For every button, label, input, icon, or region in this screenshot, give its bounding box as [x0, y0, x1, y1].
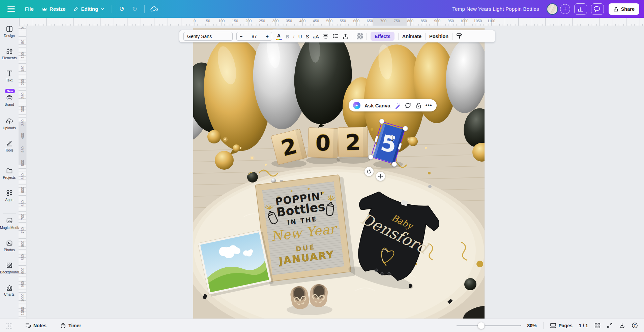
italic-button[interactable]: I: [293, 34, 295, 39]
ruler-selection-band: [373, 18, 407, 26]
divider: [425, 33, 426, 40]
sidebar-item-background[interactable]: Background: [0, 262, 19, 280]
comments-button[interactable]: [591, 3, 604, 15]
sidebar-label: Elements: [2, 56, 17, 60]
resize-button[interactable]: Resize: [38, 3, 70, 14]
font-name: Genty Sans: [187, 34, 212, 39]
sidebar-item-brand[interactable]: New co Brand: [0, 94, 19, 113]
new-badge: New: [5, 89, 15, 93]
ruler-tick-label: 1050: [21, 307, 25, 315]
editing-mode-selector[interactable]: Editing: [69, 3, 108, 14]
list-button[interactable]: [332, 33, 339, 39]
dock-drag-handle[interactable]: [6, 323, 12, 329]
add-comment-button[interactable]: [405, 102, 412, 109]
font-selector[interactable]: Genty Sans: [183, 32, 233, 41]
divider: [353, 33, 353, 40]
sidebar-label: Projects: [3, 175, 16, 179]
zoom-slider-thumb[interactable]: [478, 322, 485, 329]
ruler-tick-label: 950: [21, 281, 25, 287]
sidebar-item-elements[interactable]: Elements: [0, 47, 19, 66]
sidebar-item-text[interactable]: Text: [0, 70, 19, 89]
download-button[interactable]: [619, 323, 625, 329]
ask-canva-button[interactable]: Ask Canva: [364, 103, 390, 108]
underline-button[interactable]: U: [298, 34, 302, 39]
pages-button[interactable]: Pages: [550, 323, 573, 328]
avatar[interactable]: [547, 3, 558, 15]
ruler-tick-label: 750: [21, 227, 25, 233]
copy-style-button[interactable]: [456, 33, 463, 40]
ask-canva-icon: ✦: [353, 102, 360, 109]
editing-label: Editing: [81, 6, 98, 12]
ruler-tick-label: 1100: [487, 19, 495, 23]
ruler-tick-label: 450: [21, 146, 25, 153]
add-member-button[interactable]: +: [560, 4, 570, 14]
grid-view-button[interactable]: [594, 323, 601, 329]
ruler-tick-label: 50: [21, 40, 25, 44]
ruler-tick-label: 950: [448, 19, 454, 23]
design-canvas[interactable]: 2 0 2 5: [193, 28, 485, 319]
sidebar-item-magic-media[interactable]: Magic Media: [0, 217, 19, 236]
help-button[interactable]: ?: [632, 322, 638, 329]
sidebar-item-tools[interactable]: Tools: [0, 140, 19, 159]
fullscreen-button[interactable]: [607, 323, 613, 328]
font-size-increase[interactable]: +: [266, 34, 269, 39]
magic-edit-button[interactable]: [394, 102, 401, 109]
sidebar-divider: [3, 213, 16, 213]
share-label: Share: [621, 6, 635, 12]
align-center-icon: [323, 33, 329, 39]
ruler-tick-label: 700: [21, 214, 25, 220]
animate-button[interactable]: Animate: [402, 34, 421, 39]
share-button[interactable]: Share: [609, 3, 639, 15]
ruler-tick-label: 350: [286, 19, 292, 23]
ruler-tick-label: 300: [21, 106, 25, 112]
ruler-tick-label: 450: [313, 19, 319, 23]
sidebar-item-apps[interactable]: Apps: [0, 189, 19, 208]
share-upload-icon: [613, 6, 618, 12]
effects-button[interactable]: Effects: [371, 32, 394, 41]
cloud-check-icon: [150, 6, 158, 12]
text-case-button[interactable]: aA: [313, 34, 319, 39]
move-handle[interactable]: [376, 172, 385, 181]
ruler-horizontal[interactable]: 0501001502002503003504004505005506006507…: [19, 18, 644, 26]
bold-button[interactable]: B: [286, 34, 289, 39]
rotate-handle[interactable]: [364, 167, 374, 176]
zoom-level[interactable]: 80%: [527, 323, 536, 328]
text-color-button[interactable]: A: [276, 33, 282, 40]
sidebar-item-charts[interactable]: Charts: [0, 284, 19, 303]
lock-button[interactable]: [416, 102, 421, 109]
ruler-vertical[interactable]: 0501001502002503003504004505005506006507…: [19, 26, 27, 319]
ruler-tick-label: 550: [21, 173, 25, 179]
ruler-tick-label: 250: [21, 93, 25, 99]
transparency-button[interactable]: [357, 33, 363, 39]
insights-button[interactable]: [574, 3, 587, 15]
ruler-tick-label: 500: [21, 160, 25, 166]
text-spacing-icon: [342, 33, 349, 39]
font-size-value[interactable]: 87: [252, 34, 257, 39]
font-size-decrease[interactable]: −: [240, 34, 242, 39]
projects-icon: [6, 167, 13, 174]
strikethrough-button[interactable]: S: [306, 34, 309, 39]
ruler-tick-label: 550: [340, 19, 346, 23]
sidebar-label: Design: [4, 34, 15, 38]
position-button[interactable]: Position: [429, 34, 448, 39]
spacing-button[interactable]: [342, 33, 349, 40]
ruler-tick-label: 850: [21, 254, 25, 260]
cloud-save-status[interactable]: [148, 3, 161, 15]
timer-button[interactable]: Timer: [60, 323, 81, 329]
redo-button[interactable]: ↻: [128, 3, 141, 15]
zoom-slider[interactable]: [457, 322, 521, 329]
design-title[interactable]: Temp New Years Light Poppin Bottles: [452, 6, 539, 12]
more-options-button[interactable]: •••: [426, 102, 432, 108]
zoom-slider-track[interactable]: [457, 325, 521, 326]
sidebar-item-uploads[interactable]: Uploads: [0, 118, 19, 136]
undo-button[interactable]: ↺: [115, 3, 128, 15]
sidebar-item-projects[interactable]: Projects: [0, 167, 19, 186]
menu-icon[interactable]: [7, 6, 15, 12]
file-menu[interactable]: File: [21, 3, 38, 14]
fullscreen-icon: [607, 323, 613, 328]
notes-button[interactable]: Notes: [25, 323, 47, 328]
sidebar-item-design[interactable]: Design: [0, 25, 19, 44]
sidebar-item-photos[interactable]: Photos: [0, 239, 19, 258]
ruler-tick-label: 250: [259, 19, 265, 23]
alignment-button[interactable]: [323, 33, 329, 39]
